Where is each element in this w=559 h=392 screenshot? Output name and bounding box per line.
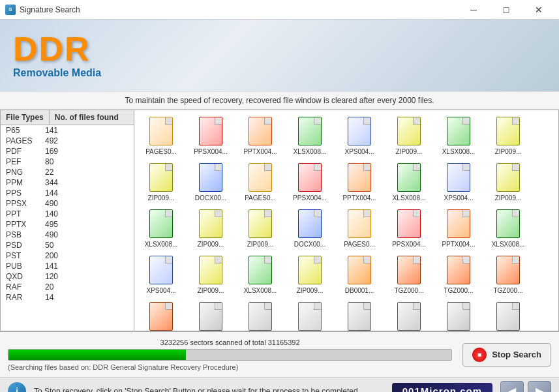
files-grid-panel[interactable]: PAGES0... PPSX004... PPTX004... XLSX008.… bbox=[134, 110, 558, 331]
file-item[interactable]: TGZ000... bbox=[137, 298, 185, 331]
file-item[interactable]: XLSX008... bbox=[236, 252, 284, 297]
file-type-row[interactable]: PPTX495 bbox=[1, 219, 134, 230]
nav-back-button[interactable]: ◀ bbox=[500, 381, 524, 393]
file-item[interactable]: DOCX00... bbox=[187, 159, 235, 204]
file-item[interactable]: 3FR000... bbox=[187, 298, 235, 331]
file-item[interactable]: XLSX008... bbox=[434, 113, 483, 158]
file-type-row[interactable]: P65141 bbox=[1, 125, 134, 136]
file-item[interactable]: ARW000... bbox=[484, 298, 532, 331]
logo-ddr: DDR bbox=[13, 32, 91, 66]
file-label: XPS004... bbox=[337, 148, 382, 155]
file-item[interactable]: TGZ000... bbox=[484, 252, 532, 297]
file-icon bbox=[148, 162, 174, 193]
file-label: XLSX008... bbox=[386, 194, 432, 202]
file-type-row[interactable]: QXD120 bbox=[1, 271, 134, 282]
file-icon-shape bbox=[397, 209, 421, 238]
file-item[interactable]: NEF000... bbox=[286, 298, 334, 331]
file-item[interactable]: ZIP009... bbox=[187, 252, 235, 297]
file-type-row[interactable]: PUB141 bbox=[1, 261, 134, 271]
file-item[interactable]: XPS004... bbox=[335, 113, 384, 158]
file-item[interactable]: PPTX004... bbox=[434, 205, 483, 250]
file-icon bbox=[446, 301, 472, 331]
file-type-count: 200 bbox=[45, 251, 128, 260]
file-item[interactable]: ARW000... bbox=[236, 298, 284, 331]
file-item[interactable]: XPS004... bbox=[137, 252, 185, 297]
file-label: ZIP009... bbox=[485, 194, 531, 202]
file-item[interactable]: ZIP009... bbox=[187, 205, 235, 250]
file-item[interactable]: ZIP009... bbox=[385, 113, 433, 158]
nav-forward-button[interactable]: ▶ bbox=[528, 381, 551, 393]
file-type-row[interactable]: PST200 bbox=[1, 250, 134, 261]
file-type-row[interactable]: PPT140 bbox=[1, 209, 134, 219]
header: DDR Removable Media bbox=[0, 20, 559, 91]
file-item[interactable]: PPTX004... bbox=[236, 113, 284, 158]
file-type-row[interactable]: PPS144 bbox=[1, 188, 134, 198]
file-type-name: PAGES bbox=[6, 136, 45, 145]
stop-icon: ■ bbox=[472, 348, 487, 362]
file-label: TGZ000... bbox=[436, 287, 481, 294]
file-type-row[interactable]: PNG22 bbox=[1, 167, 134, 177]
file-type-row[interactable]: PPSX490 bbox=[1, 198, 134, 209]
progress-bar-fill bbox=[8, 350, 186, 360]
file-icon-shape bbox=[348, 117, 371, 145]
file-type-row[interactable]: PPM344 bbox=[1, 177, 134, 188]
file-item[interactable]: ZIP009... bbox=[484, 159, 532, 204]
file-item[interactable]: PPSX004... bbox=[385, 205, 433, 250]
file-item[interactable]: PPSX004... bbox=[187, 113, 235, 158]
file-label: ZIP009... bbox=[485, 148, 531, 155]
file-item[interactable]: ZIP009... bbox=[236, 205, 284, 250]
file-item[interactable]: 3FR000... bbox=[434, 298, 483, 331]
file-type-count: 344 bbox=[45, 178, 128, 187]
file-type-name: PPTX bbox=[6, 220, 45, 229]
file-type-row[interactable]: RAR14 bbox=[1, 292, 134, 303]
file-type-row[interactable]: PEF80 bbox=[1, 157, 134, 167]
file-item[interactable]: PPSX004... bbox=[286, 159, 334, 204]
file-type-row[interactable]: PAGES492 bbox=[1, 136, 134, 146]
file-item[interactable]: TGZ000... bbox=[434, 252, 483, 297]
file-type-count: 492 bbox=[45, 136, 128, 145]
file-icon bbox=[346, 254, 372, 286]
file-item[interactable]: SR2000... bbox=[385, 298, 433, 331]
file-item[interactable]: PPTX004... bbox=[335, 159, 384, 204]
file-label: DOCX00... bbox=[287, 241, 333, 248]
file-type-row[interactable]: PSB490 bbox=[1, 230, 134, 240]
file-type-name: PPM bbox=[6, 178, 45, 187]
file-item[interactable]: PAGES0... bbox=[335, 205, 384, 250]
file-type-name: RAR bbox=[6, 293, 45, 302]
title-bar-controls: ─ □ ✕ bbox=[459, 0, 554, 20]
file-item[interactable]: ZIP009... bbox=[137, 159, 185, 204]
file-icon-shape bbox=[249, 163, 272, 192]
file-item[interactable]: PAGES0... bbox=[236, 159, 284, 204]
file-type-row[interactable]: RAF20 bbox=[1, 282, 134, 292]
close-button[interactable]: ✕ bbox=[524, 0, 554, 20]
file-type-count: 490 bbox=[45, 230, 128, 239]
file-label: PAGES0... bbox=[337, 241, 382, 248]
file-label: XPS004... bbox=[436, 194, 481, 202]
file-item[interactable]: NRW000... bbox=[335, 298, 384, 331]
file-item[interactable]: DOCX00... bbox=[286, 205, 334, 250]
file-item[interactable]: XLSX008... bbox=[286, 113, 334, 158]
file-icon-shape bbox=[496, 256, 520, 284]
file-item[interactable]: PAGES0... bbox=[137, 113, 185, 158]
app-icon: S bbox=[5, 5, 16, 15]
file-item[interactable]: DB0001... bbox=[335, 252, 384, 297]
file-type-row[interactable]: PSD50 bbox=[1, 240, 134, 250]
file-icon bbox=[346, 162, 372, 193]
file-type-row[interactable]: PDF169 bbox=[1, 146, 134, 157]
file-item[interactable]: XLSX008... bbox=[484, 205, 532, 250]
file-item[interactable]: XLSX008... bbox=[137, 205, 185, 250]
file-item[interactable]: XLSX008... bbox=[385, 159, 433, 204]
file-types-list[interactable]: P65141PAGES492PDF169PEF80PNG22PPM344PPS1… bbox=[1, 125, 134, 331]
minimize-button[interactable]: ─ bbox=[459, 0, 489, 20]
file-label: XLSX008... bbox=[138, 241, 184, 248]
stop-search-button[interactable]: ■ Stop Search bbox=[462, 343, 551, 367]
col-files-found: No. of files found bbox=[50, 110, 134, 125]
file-item[interactable]: XPS004... bbox=[434, 159, 483, 204]
file-item[interactable]: ZIP009... bbox=[484, 113, 532, 158]
file-icon-shape bbox=[298, 256, 322, 284]
file-icon bbox=[495, 208, 521, 239]
file-item[interactable]: ZIP009... bbox=[286, 252, 334, 297]
maximize-button[interactable]: □ bbox=[491, 0, 521, 20]
file-icon-shape bbox=[298, 163, 322, 192]
file-item[interactable]: TGZ000... bbox=[385, 252, 433, 297]
